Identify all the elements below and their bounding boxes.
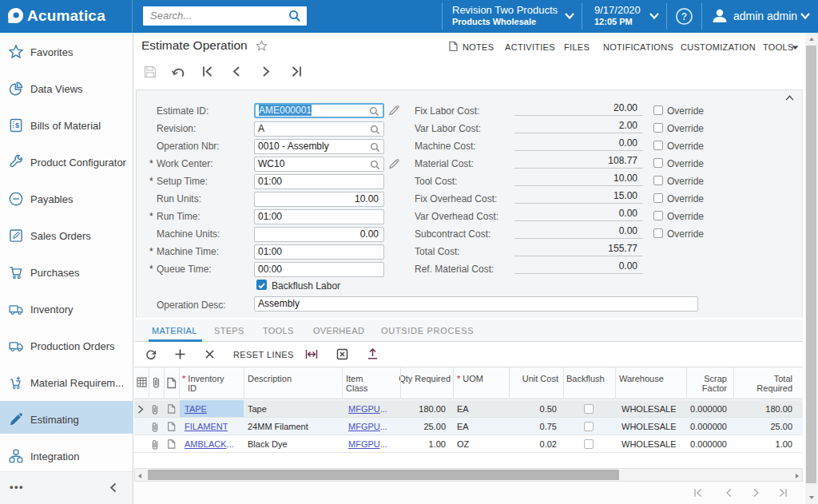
svg-text:?: ?	[681, 11, 687, 22]
svg-text:$: $	[15, 121, 19, 129]
